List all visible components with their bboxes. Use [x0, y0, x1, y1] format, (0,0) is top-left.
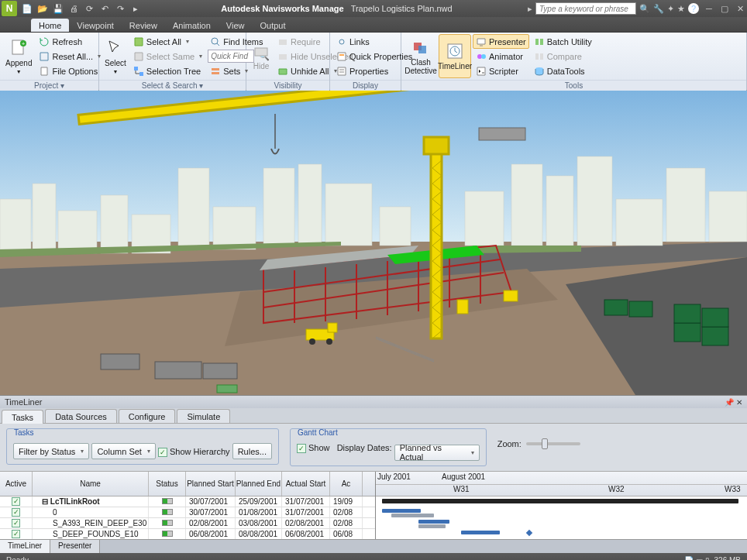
table-row[interactable]: ✓⊟ LcTlLinkRoot30/07/200125/09/200131/07… [0, 496, 375, 507]
tab-review[interactable]: Review [122, 19, 165, 32]
close-button[interactable]: ✕ [733, 2, 747, 15]
tab-output[interactable]: Output [253, 19, 294, 32]
tab-viewpoint[interactable]: Viewpoint [69, 19, 122, 32]
col-actual-start[interactable]: Actual Start [282, 472, 330, 496]
status-icon-3[interactable]: ▯ [705, 556, 710, 560]
tool2-icon[interactable]: ✦ [667, 4, 674, 14]
col-status[interactable]: Status [149, 472, 186, 496]
table-row[interactable]: ✓S_DEEP_FOUNDS_E1006/08/200108/08/200106… [0, 529, 375, 539]
svg-rect-64 [328, 323, 337, 332]
status-icon-1[interactable]: 📄 [684, 556, 694, 560]
zoom-label: Zoom: [497, 439, 522, 448]
gantt-bar-root[interactable] [382, 499, 738, 503]
svg-rect-59 [431, 145, 442, 338]
tl-tab-datasources[interactable]: Data Sources [45, 409, 117, 423]
select-button[interactable]: Select▼ [102, 34, 129, 78]
scripter-button[interactable]: Scripter [473, 64, 529, 78]
qat-print-icon[interactable]: 🖨 [67, 2, 81, 15]
presenter-button[interactable]: Presenter [473, 34, 529, 49]
batch-utility-button[interactable]: Batch Utility [531, 34, 595, 49]
viewport-3d[interactable] [0, 91, 747, 395]
qat-new-icon[interactable]: 📄 [20, 2, 34, 15]
gantt-bar-1a[interactable] [418, 524, 446, 528]
col-actual-end[interactable]: Ac [330, 472, 363, 496]
timeliner-tabs: Tasks Data Sources Configure Simulate [0, 408, 747, 424]
file-options-button[interactable]: File Options [36, 64, 104, 78]
gantt-bar-0p[interactable] [382, 509, 421, 513]
gantt-bar-1p[interactable] [418, 520, 449, 524]
svg-rect-14 [279, 54, 287, 60]
display-dates-combo[interactable]: Planned vs Actual [394, 445, 480, 461]
column-set-combo[interactable]: Column Set [91, 443, 155, 459]
col-planned-end[interactable]: Planned End [236, 472, 282, 496]
gantt-show-check[interactable]: ✓ [297, 444, 306, 453]
animator-button[interactable]: Animator [473, 49, 529, 64]
svg-rect-77 [504, 290, 518, 301]
task-grid[interactable]: Active Name Status Planned Start Planned… [0, 472, 376, 539]
tool1-icon[interactable]: 🔧 [653, 4, 664, 14]
col-active[interactable]: Active [0, 472, 33, 496]
panel-visibility: Hide Require Hide Unselected Unhide All … [246, 33, 330, 90]
svg-rect-70 [702, 308, 728, 327]
svg-rect-68 [674, 304, 701, 323]
bottom-tab-timeliner[interactable]: TimeLiner [0, 540, 50, 553]
svg-rect-8 [139, 72, 143, 76]
star-icon[interactable]: ★ [677, 4, 685, 14]
qat-refresh-icon[interactable]: ⟳ [82, 2, 96, 15]
timeliner-pin-icon[interactable]: 📌 [725, 398, 734, 407]
datatools-button[interactable]: DataTools [531, 64, 595, 78]
tl-tab-configure[interactable]: Configure [119, 409, 176, 423]
svg-rect-43 [263, 168, 294, 246]
svg-rect-45 [325, 184, 372, 246]
append-button[interactable]: + Append▼ [3, 34, 34, 78]
timeliner-close-icon[interactable]: ✕ [736, 398, 742, 407]
qat-open-icon[interactable]: 📂 [36, 2, 50, 15]
zoom-slider[interactable] [526, 442, 580, 445]
reset-all-button[interactable]: Reset All... [36, 49, 104, 64]
help-search-input[interactable] [535, 2, 636, 15]
tl-tab-simulate[interactable]: Simulate [177, 409, 230, 423]
rules-button[interactable]: Rules... [232, 443, 272, 459]
tab-animation[interactable]: Animation [165, 19, 219, 32]
qat-pointer-icon[interactable]: ▸ [129, 2, 143, 15]
table-row[interactable]: ✓030/07/200101/08/200131/07/200102/08 [0, 507, 375, 518]
search-icon[interactable]: 🔍 [639, 4, 650, 14]
selection-tree-button[interactable]: Selection Tree [130, 64, 205, 78]
gantt-milestone[interactable] [526, 529, 532, 535]
minimize-button[interactable]: ─ [702, 2, 716, 15]
hide-button[interactable]: Hide [250, 34, 273, 78]
col-name[interactable]: Name [33, 472, 149, 496]
filter-status-combo[interactable]: Filter by Status [13, 443, 89, 459]
clash-detective-button[interactable]: Clash Detective [404, 34, 437, 78]
refresh-button[interactable]: Refresh [36, 34, 104, 49]
help-search: ▸ 🔍 🔧 ✦ ★ ? [528, 2, 702, 15]
gantt-bar-0a[interactable] [391, 514, 434, 517]
timeliner-button[interactable]: TimeLiner [439, 34, 471, 78]
panel-title-select[interactable]: Select & Search ▾ [99, 80, 246, 91]
show-hierarchy-check[interactable]: ✓ [158, 448, 167, 457]
maximize-button[interactable]: ▢ [718, 2, 732, 15]
svg-rect-17 [339, 54, 344, 56]
svg-rect-29 [535, 53, 539, 60]
panel-title-project[interactable]: Project ▾ [0, 80, 98, 91]
qat-undo-icon[interactable]: ↶ [98, 2, 112, 15]
gantt-fieldset: Gantt Chart ✓Show Display Dates: Planned… [290, 428, 487, 466]
timeliner-titlebar: TimeLiner 📌 ✕ [0, 396, 747, 408]
bottom-tab-presenter[interactable]: Presenter [50, 540, 100, 553]
tab-view[interactable]: View [219, 19, 253, 32]
tl-tab-tasks[interactable]: Tasks [2, 410, 43, 424]
table-row[interactable]: ✓S_A393_REIN_DEEP_E3002/08/200103/08/200… [0, 518, 375, 529]
tab-home[interactable]: Home [31, 19, 69, 32]
gantt-bar-2p[interactable] [461, 531, 500, 534]
select-same-button[interactable]: Select Same [130, 49, 205, 64]
search-arrow-icon[interactable]: ▸ [528, 4, 532, 14]
qat-save-icon[interactable]: 💾 [51, 2, 65, 15]
gantt-chart[interactable]: July 2001 August 2001 W31 W32 W33 [376, 472, 747, 539]
status-icon-2[interactable]: ▭ [696, 556, 703, 560]
qat-redo-icon[interactable]: ↷ [113, 2, 127, 15]
help-icon[interactable]: ? [688, 3, 699, 14]
select-all-button[interactable]: Select All [130, 34, 205, 49]
compare-button[interactable]: Compare [531, 49, 595, 64]
app-icon[interactable]: N [2, 1, 17, 16]
col-planned-start[interactable]: Planned Start [186, 472, 236, 496]
